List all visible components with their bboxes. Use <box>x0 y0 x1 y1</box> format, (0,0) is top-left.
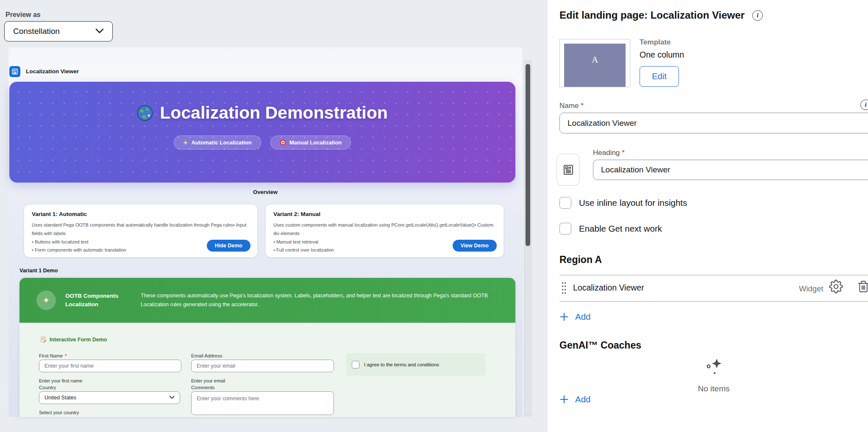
add-label: Add <box>575 312 590 322</box>
trash-icon <box>857 280 868 293</box>
preview-page-title: Localization Viewer <box>26 68 79 75</box>
preview-scrollbar-track[interactable] <box>524 60 531 416</box>
variant-1-card: Variant 1: Automatic Uses standard Pega … <box>24 205 257 257</box>
widget-icon-card <box>556 154 580 186</box>
name-label: Name* <box>559 102 584 110</box>
country-value: United States <box>45 395 76 401</box>
no-items-text: No items <box>559 384 868 393</box>
inline-layout-checkbox[interactable] <box>559 197 571 209</box>
divider <box>559 275 868 275</box>
demo-green-banner: ✦ OOTB Components Localization These com… <box>19 278 515 323</box>
chevron-down-icon <box>169 395 175 401</box>
inline-layout-label: Use inline layout for insights <box>579 198 687 208</box>
form-title: Interactive Form Demo <box>40 336 107 343</box>
card-title: Variant 1: Automatic <box>32 211 250 217</box>
hide-demo-button[interactable]: Hide Demo <box>207 240 250 252</box>
edit-landing-page-panel: Edit landing page: Localization Viewer i… <box>548 0 868 432</box>
card-text: Uses custom components with manual local… <box>273 221 496 238</box>
plus-icon <box>559 311 570 322</box>
drag-handle-icon[interactable] <box>561 281 567 296</box>
terms-checkbox[interactable] <box>352 361 359 368</box>
email-helper: Enter your email <box>191 378 225 383</box>
globe-icon <box>137 105 153 121</box>
news-widget-icon <box>562 163 575 176</box>
form-title-text: Interactive Form Demo <box>50 337 107 343</box>
name-input[interactable] <box>559 113 868 133</box>
heading-input[interactable] <box>593 160 868 180</box>
region-a-add-button[interactable]: Add <box>559 311 590 322</box>
page-document-icon <box>9 66 20 77</box>
widget-settings-button[interactable] <box>829 280 843 294</box>
demo-badge-title: OOTB Components Localization <box>65 292 130 308</box>
info-icon[interactable]: i <box>860 100 868 110</box>
info-icon[interactable]: i <box>752 10 763 21</box>
landing-page-preview: Localization Viewer Localization Demonst… <box>8 47 522 417</box>
template-thumbnail-region: A <box>564 44 626 87</box>
memo-icon <box>40 336 47 343</box>
genai-empty-state: No items <box>559 358 868 393</box>
region-item-type: Widget <box>799 284 823 294</box>
first-name-helper: Enter your first name <box>39 378 82 383</box>
template-value: One column <box>640 50 684 60</box>
first-name-label: First Name* <box>39 353 67 358</box>
comments-textarea[interactable] <box>191 391 334 415</box>
variant-2-card: Variant 2: Manual Uses custom components… <box>266 205 504 257</box>
add-label: Add <box>575 394 590 404</box>
country-helper: Select your country <box>39 410 79 415</box>
chevron-down-icon <box>95 27 104 36</box>
template-label: Template <box>640 38 670 47</box>
sparkles-icon: ✦ <box>183 139 188 146</box>
variant-1-demo-card: ✦ OOTB Components Localization These com… <box>19 278 515 417</box>
get-next-work-label: Enable Get next work <box>579 224 662 234</box>
genai-sparkle-icon <box>704 358 723 377</box>
terms-label: I agree to the terms and conditions <box>364 362 439 367</box>
banner-title: Localization Demonstration <box>9 103 515 123</box>
pill-label: Manual Localization <box>289 139 342 146</box>
divider <box>559 301 868 302</box>
genai-coaches-heading: GenAI™ Coaches <box>559 340 641 351</box>
manual-localization-pill[interactable]: Manual Localization <box>270 136 351 150</box>
card-text: Uses standard Pega OOTB components that … <box>32 221 250 238</box>
delete-widget-button[interactable] <box>857 280 868 293</box>
comments-label: Comments <box>191 385 215 390</box>
preview-scrollbar-thumb[interactable] <box>526 64 530 246</box>
plus-icon <box>559 394 570 405</box>
country-label: Country <box>39 385 56 390</box>
demo-description: These components automatically use Pega'… <box>141 291 498 310</box>
overview-label: Overview <box>8 189 522 195</box>
heading-label: Heading* <box>593 149 625 157</box>
region-a-heading: Region A <box>559 254 602 266</box>
region-item-name: Localization Viewer <box>573 283 644 293</box>
genai-add-button[interactable]: Add <box>559 394 590 405</box>
panel-title: Edit landing page: Localization Viewer <box>559 9 745 21</box>
template-letter: A <box>592 55 598 87</box>
banner-title-text: Localization Demonstration <box>160 103 388 123</box>
demo-form-section: Interactive Form Demo First Name* Enter … <box>19 323 515 417</box>
card-title: Variant 2: Manual <box>273 211 496 217</box>
get-next-work-checkbox[interactable] <box>559 223 571 235</box>
target-icon <box>280 139 286 146</box>
sparkles-icon: ✦ <box>36 291 56 310</box>
preview-as-value: Constellation <box>13 27 60 36</box>
email-label: Email Address <box>191 353 223 358</box>
view-demo-button[interactable]: View Demo <box>453 240 497 252</box>
first-name-input[interactable] <box>39 360 181 372</box>
email-input[interactable] <box>191 360 334 372</box>
preview-as-select[interactable]: Constellation <box>4 21 113 42</box>
gear-icon <box>829 280 843 294</box>
pill-label: Automatic Localization <box>191 139 251 146</box>
hero-banner: Localization Demonstration ✦ Automatic L… <box>9 82 515 183</box>
banner-pills: ✦ Automatic Localization Manual Localiza… <box>9 136 515 150</box>
preview-as-label: Preview as <box>6 11 41 19</box>
automatic-localization-pill[interactable]: ✦ Automatic Localization <box>174 136 261 150</box>
country-select[interactable]: United States <box>39 391 180 404</box>
variant-1-demo-label: Variant 1 Demo <box>19 268 58 274</box>
edit-template-button[interactable]: Edit <box>640 66 679 87</box>
terms-agreement-box: I agree to the terms and conditions <box>346 353 486 376</box>
template-thumbnail: A <box>559 39 630 87</box>
